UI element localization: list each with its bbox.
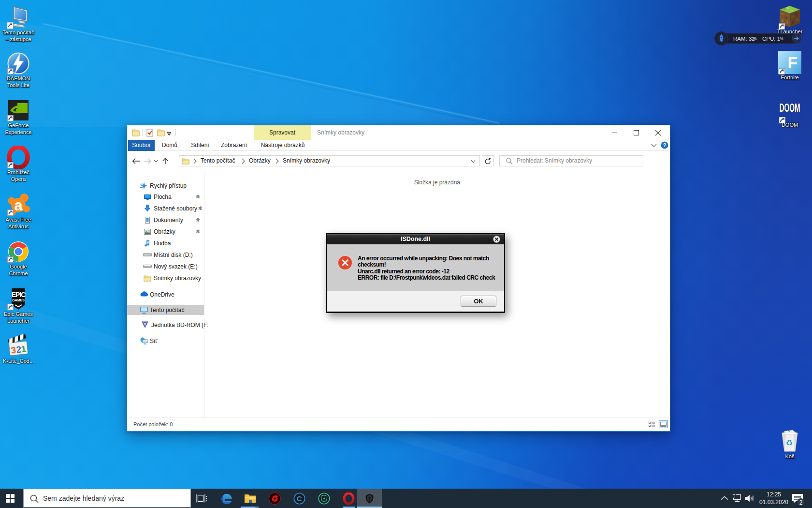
svg-text:GAMES: GAMES [12, 299, 25, 302]
svg-text:DOOM: DOOM [780, 101, 800, 115]
svg-text:EPIC: EPIC [12, 291, 26, 299]
svg-text:?: ? [663, 142, 667, 148]
svg-text:%: % [780, 36, 783, 41]
svg-text:C: C [297, 494, 302, 503]
svg-text:F: F [788, 53, 798, 72]
svg-text:%: % [753, 36, 757, 41]
svg-text:RAM: 32: RAM: 32 [733, 36, 755, 42]
svg-text:a: a [14, 197, 23, 214]
svg-text:♻: ♻ [785, 438, 793, 448]
svg-text:2: 2 [799, 499, 803, 506]
svg-text:CPU: 1: CPU: 1 [762, 36, 780, 42]
